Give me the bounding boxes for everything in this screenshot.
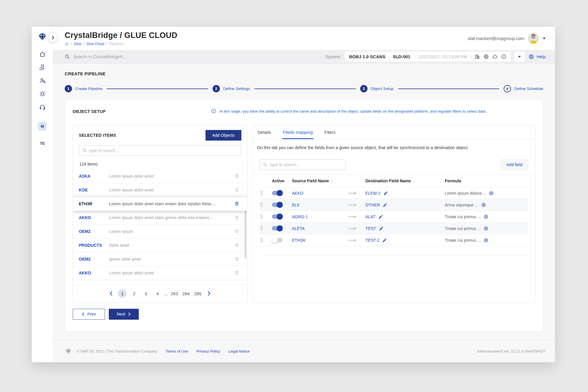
fields-search-input[interactable] — [270, 162, 342, 167]
edit-pencil-icon[interactable] — [378, 214, 383, 219]
active-toggle[interactable] — [272, 214, 283, 219]
sidebar-item-te[interactable]: TE — [40, 141, 45, 146]
avatar[interactable] — [528, 33, 539, 44]
edit-pencil-icon[interactable] — [382, 238, 387, 243]
help-button[interactable]: Help — [528, 54, 546, 60]
step-create-pipeline[interactable]: 1 Create Pipeline — [65, 85, 102, 92]
active-toggle[interactable] — [272, 238, 283, 242]
list-item[interactable]: ASKA Lorem Ipsum dolor amet — [73, 169, 247, 183]
list-item[interactable]: PRODUCTS Dolor amet — [73, 238, 247, 252]
edit-pencil-icon[interactable] — [379, 226, 384, 231]
page-number[interactable]: 2 — [130, 289, 138, 298]
list-item[interactable]: OEM2 Ipsum dolor amet — [73, 252, 247, 266]
cloud-icon[interactable] — [492, 54, 498, 59]
table-row: ALETA TEST Troaie cui primus ... — [260, 223, 528, 234]
destination-name[interactable]: ELEM-2 — [365, 191, 380, 196]
list-item[interactable]: OEM2 Lorem Ipsum — [73, 225, 247, 238]
sidebar-item-m[interactable]: M — [38, 122, 47, 131]
page-number[interactable]: 3 — [141, 289, 150, 298]
headset-icon[interactable] — [39, 104, 46, 111]
breadcrumb-glue-cloud[interactable]: Glue Cloud — [86, 42, 104, 46]
pagination-prev-icon[interactable] — [106, 291, 116, 296]
page-number[interactable]: 4 — [153, 289, 162, 298]
person-search-icon[interactable] — [39, 77, 46, 84]
home-icon[interactable] — [39, 51, 46, 58]
hand-box-icon[interactable] — [39, 64, 46, 71]
breadcrumb-glue[interactable]: Glue — [74, 42, 81, 46]
terms-link[interactable]: Terms of Use — [166, 349, 188, 353]
drag-handle-icon[interactable] — [260, 191, 263, 196]
active-toggle[interactable] — [272, 226, 283, 231]
trash-icon[interactable] — [234, 201, 239, 206]
page-number[interactable]: 284 — [182, 289, 191, 298]
source-field[interactable]: ALETA — [292, 226, 348, 231]
scrollbar-thumb[interactable] — [245, 210, 246, 258]
page-number[interactable]: 285 — [193, 289, 202, 298]
column-destination[interactable]: Destination Field Name↓ — [365, 179, 445, 183]
eye-icon[interactable] — [483, 226, 489, 231]
eye-icon[interactable] — [483, 214, 489, 219]
source-field[interactable]: ELE — [292, 203, 348, 207]
page-number[interactable]: 1 — [118, 289, 127, 298]
drag-handle-icon[interactable] — [260, 238, 263, 243]
list-item[interactable]: KOE Lorem Ipsum dolor amet — [73, 183, 247, 197]
trash-icon[interactable] — [234, 256, 239, 262]
destination-name[interactable]: OTHER — [365, 203, 380, 207]
tab-fields-mapping[interactable]: Fileds mapping — [282, 125, 313, 139]
drag-handle-icon[interactable] — [260, 202, 263, 207]
trash-icon[interactable] — [234, 173, 239, 179]
info-icon[interactable] — [501, 54, 507, 59]
sidebar-expand-button[interactable] — [49, 33, 57, 42]
items-search-input[interactable] — [89, 148, 238, 153]
system-dropdown-button[interactable] — [514, 52, 525, 61]
tab-filters[interactable]: Fiters — [324, 125, 336, 139]
next-button[interactable]: Next — [109, 309, 139, 320]
legal-link[interactable]: Legal Notice — [228, 349, 250, 353]
edit-pencil-icon[interactable] — [383, 203, 387, 207]
edit-pencil-icon[interactable] — [383, 191, 388, 196]
add-field-button[interactable]: Add field — [501, 159, 528, 170]
trash-icon[interactable] — [234, 242, 239, 248]
destination-name[interactable]: TEST-2 — [365, 238, 379, 243]
prev-button[interactable]: Prev — [73, 309, 105, 320]
list-item[interactable]: AKKO Lorem Ipsum dolor amet — [73, 266, 247, 280]
active-toggle[interactable] — [272, 203, 283, 207]
source-field[interactable]: ETH3R — [292, 238, 348, 243]
sort-desc-icon[interactable]: ↓ — [331, 179, 333, 183]
column-source[interactable]: Source Field Name↓ — [292, 179, 348, 183]
trash-icon[interactable] — [234, 228, 239, 234]
pagination-next-icon[interactable] — [204, 291, 215, 296]
toggle-knob — [277, 213, 283, 220]
drag-handle-icon[interactable] — [260, 214, 263, 219]
trash-icon[interactable] — [234, 270, 239, 276]
step-define-settings[interactable]: 2 Define Settings — [213, 85, 250, 92]
eye-icon[interactable] — [481, 202, 486, 208]
destination-name[interactable]: TEST — [365, 226, 376, 231]
eye-icon[interactable] — [489, 191, 494, 196]
list-item[interactable]: AKKO Lorem Ipsum dolor amet etam gmma de… — [73, 211, 247, 225]
destination-name[interactable]: ALAT — [365, 214, 375, 219]
system-value[interactable]: BOBJ 1.0 SCANS — [349, 54, 385, 59]
step-object-setup[interactable]: 3 Object Setup — [360, 85, 394, 92]
gear-icon[interactable] — [483, 54, 489, 59]
breadcrumb-home-icon[interactable] — [65, 42, 69, 46]
add-objects-button[interactable]: Add Objects — [206, 130, 241, 141]
building-icon[interactable] — [475, 54, 480, 59]
step-define-schedule[interactable]: 4 Define Schedule — [504, 85, 543, 92]
trash-icon[interactable] — [234, 187, 239, 193]
privacy-link[interactable]: Privacy Policy — [196, 349, 220, 353]
drag-handle-icon[interactable] — [260, 226, 263, 231]
page-number[interactable]: 283 — [170, 289, 179, 298]
active-toggle[interactable] — [272, 191, 283, 195]
tab-details[interactable]: Details — [257, 125, 272, 139]
sort-desc-icon[interactable]: ↓ — [413, 179, 415, 183]
gear-sun-icon[interactable] — [39, 91, 46, 97]
chevron-down-icon[interactable] — [543, 38, 546, 39]
user-menu[interactable]: olaf.mackert@snpgroup.com — [468, 33, 546, 44]
global-search-input[interactable] — [73, 54, 197, 59]
trash-icon[interactable] — [234, 215, 239, 220]
eye-icon[interactable] — [483, 238, 489, 243]
list-item-selected[interactable]: ETH3R Lorem Ipsum dolor amet etam eniam … — [73, 197, 247, 211]
source-field[interactable]: AKKO — [292, 191, 348, 196]
source-field[interactable]: AGRO-1 — [292, 214, 348, 219]
